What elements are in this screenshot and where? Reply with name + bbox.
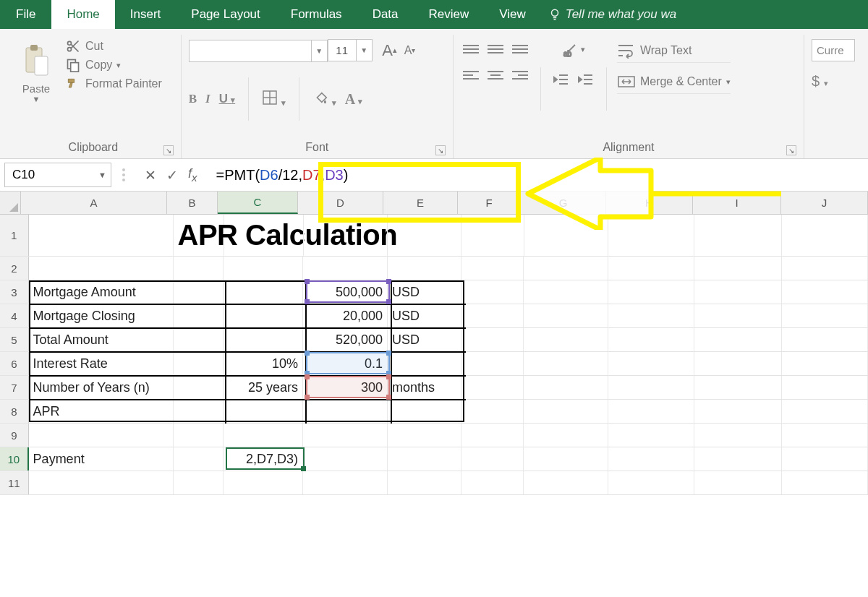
cell-F4[interactable] — [461, 304, 524, 327]
cell-H4[interactable] — [608, 304, 694, 327]
row-header-11[interactable]: 11 — [0, 471, 29, 494]
col-header-F[interactable]: F — [458, 192, 521, 214]
cell-H5[interactable] — [608, 328, 694, 351]
dialog-launcher-icon[interactable]: ↘ — [163, 145, 174, 155]
cell-G10[interactable] — [524, 447, 608, 471]
fx-button[interactable]: fx — [188, 166, 197, 184]
copy-button[interactable]: Copy ▾ — [65, 58, 162, 72]
cell-G8[interactable] — [524, 400, 608, 423]
cell-H9[interactable] — [608, 424, 694, 447]
font-size-input[interactable]: ▼ — [328, 39, 373, 61]
cell-F3[interactable] — [461, 280, 524, 304]
cell-D7[interactable]: 300 — [303, 376, 388, 399]
cell-B3[interactable] — [174, 280, 224, 304]
cell-B4[interactable] — [174, 304, 224, 327]
chevron-down-icon[interactable]: ▼ — [357, 39, 373, 61]
dialog-launcher-icon[interactable]: ↘ — [435, 145, 446, 155]
cell-D11[interactable] — [303, 471, 388, 494]
cell-C2[interactable] — [224, 257, 303, 280]
cell-B6[interactable] — [174, 352, 224, 375]
cell-C8[interactable] — [224, 400, 303, 423]
cell-C11[interactable] — [224, 471, 303, 494]
row-header-9[interactable]: 9 — [0, 424, 29, 447]
cell-A2[interactable] — [29, 257, 174, 280]
cell-B5[interactable] — [174, 328, 224, 351]
cell-H7[interactable] — [608, 376, 694, 399]
chevron-down-icon[interactable]: ▾ — [726, 77, 731, 87]
cell-E2[interactable] — [388, 257, 461, 280]
cell-B9[interactable] — [174, 424, 224, 447]
cell-C3[interactable] — [224, 280, 303, 304]
cell-E8[interactable] — [388, 400, 461, 423]
cell-I1[interactable] — [694, 215, 782, 256]
cell-F2[interactable] — [461, 257, 524, 280]
cell-A4[interactable]: Mortgage Closing — [29, 304, 174, 327]
row-header-8[interactable]: 8 — [0, 400, 29, 423]
underline-button[interactable]: U ▾ — [219, 92, 236, 106]
cell-C7[interactable]: 25 years — [224, 376, 303, 399]
align-right-button[interactable] — [510, 65, 530, 85]
col-header-G[interactable]: G — [521, 192, 606, 214]
col-header-J[interactable]: J — [781, 192, 868, 214]
font-color-button[interactable]: A ▾ — [345, 91, 362, 108]
cell-J11[interactable] — [782, 471, 868, 494]
cell-H2[interactable] — [608, 257, 694, 280]
cell-I8[interactable] — [694, 400, 782, 423]
cell-I10[interactable] — [694, 447, 782, 471]
chevron-down-icon[interactable]: ▼ — [312, 40, 328, 62]
cut-button[interactable]: Cut — [65, 39, 162, 53]
cell-J7[interactable] — [782, 376, 868, 399]
cell-B2[interactable] — [174, 257, 224, 280]
tab-review[interactable]: Review — [414, 0, 485, 29]
cell-B11[interactable] — [174, 471, 224, 494]
align-middle-button[interactable] — [485, 39, 506, 59]
tab-view[interactable]: View — [484, 0, 541, 29]
cell-G3[interactable] — [524, 280, 608, 304]
cell-G6[interactable] — [524, 352, 608, 375]
tab-home[interactable]: Home — [51, 0, 114, 29]
cell-I6[interactable] — [694, 352, 782, 375]
grow-font-button[interactable]: A▴ — [380, 40, 400, 61]
row-header-4[interactable]: 4 — [0, 304, 29, 327]
tell-me[interactable]: Tell me what you wa — [548, 0, 676, 29]
tab-file[interactable]: File — [0, 0, 51, 29]
dialog-launcher-icon[interactable]: ↘ — [786, 145, 796, 155]
cell-F11[interactable] — [461, 471, 524, 494]
row-header-1[interactable]: 1 — [0, 215, 29, 256]
decrease-indent-button[interactable] — [551, 69, 571, 90]
row-header-5[interactable]: 5 — [0, 328, 29, 351]
tab-formulas[interactable]: Formulas — [276, 0, 357, 29]
currency-button[interactable]: $ ▾ — [812, 73, 828, 90]
cell-J4[interactable] — [782, 304, 868, 327]
cell-J8[interactable] — [782, 400, 868, 423]
font-name-input[interactable]: ▼ — [189, 40, 328, 61]
cell-C4[interactable] — [224, 304, 303, 327]
cell-B10[interactable] — [174, 447, 224, 471]
increase-indent-button[interactable] — [576, 69, 596, 90]
cell-G11[interactable] — [524, 471, 608, 494]
paste-button[interactable]: Paste ▼ — [13, 39, 59, 103]
row-header-7[interactable]: 7 — [0, 376, 29, 399]
cell-E4[interactable]: USD — [388, 304, 461, 327]
cell-H1[interactable] — [608, 215, 694, 256]
row-header-3[interactable]: 3 — [0, 280, 29, 304]
col-header-I[interactable]: I — [693, 192, 781, 214]
cell-G9[interactable] — [524, 424, 608, 447]
cell-D9[interactable] — [303, 424, 388, 447]
cell-J3[interactable] — [782, 280, 868, 304]
col-header-H[interactable]: H — [606, 192, 693, 214]
cell-D4[interactable]: 20,000 — [303, 304, 388, 327]
cell-I11[interactable] — [694, 471, 782, 494]
cell-G4[interactable] — [524, 304, 608, 327]
cell-F9[interactable] — [461, 424, 524, 447]
cell-A7[interactable]: Number of Years (n) — [29, 376, 174, 399]
row-header-6[interactable]: 6 — [0, 352, 29, 375]
cell-E7[interactable]: months — [388, 376, 461, 399]
chevron-down-icon[interactable]: ▼ — [33, 95, 41, 103]
cell-A1[interactable] — [29, 215, 174, 256]
cell-D5[interactable]: 520,000 — [303, 328, 388, 351]
tab-data[interactable]: Data — [357, 0, 414, 29]
cell-J9[interactable] — [782, 424, 868, 447]
cell-D6[interactable]: 0.1 — [303, 352, 388, 375]
cell-H8[interactable] — [608, 400, 694, 423]
